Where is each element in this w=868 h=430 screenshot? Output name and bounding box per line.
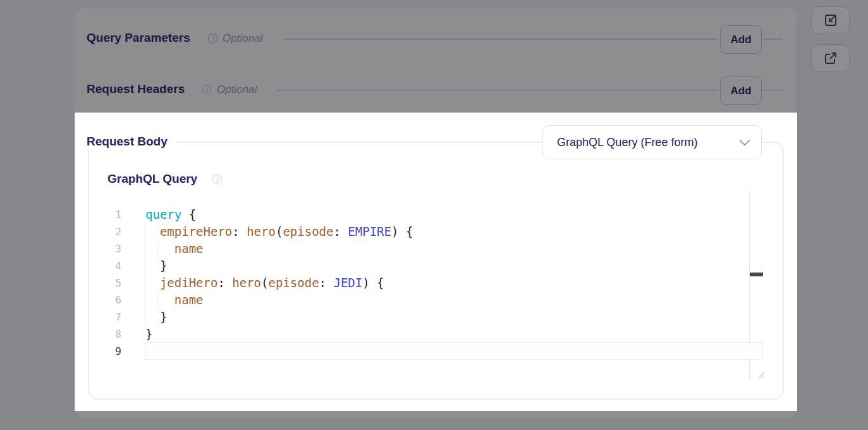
code-line[interactable]: empireHero: hero(episode: EMPIRE) {: [145, 223, 413, 240]
line-number: 4: [95, 257, 121, 274]
line-number: 1: [95, 206, 121, 223]
code-line[interactable]: query {: [145, 206, 196, 223]
resize-handle-icon[interactable]: [756, 371, 764, 378]
line-number: 7: [95, 309, 121, 326]
line-number: 9: [95, 343, 121, 360]
editor-scrollbar-thumb[interactable]: [750, 273, 763, 276]
code-line[interactable]: jediHero: hero(episode: JEDI) {: [145, 274, 384, 292]
line-number: 8: [95, 326, 121, 343]
code-line[interactable]: }: [145, 309, 167, 326]
line-number: 5: [95, 274, 121, 292]
line-number: 2: [95, 223, 121, 240]
graphql-code-editor[interactable]: 1query {2 empireHero: hero(episode: EMPI…: [0, 0, 868, 430]
line-number: 6: [95, 292, 121, 309]
screen: Query Parameters i Optional Add Request …: [0, 0, 868, 430]
code-line[interactable]: }: [145, 326, 152, 343]
code-line[interactable]: name: [145, 240, 204, 257]
active-line-highlight: [145, 342, 763, 360]
line-number: 3: [95, 240, 121, 257]
code-line[interactable]: name: [145, 292, 204, 309]
code-line[interactable]: }: [145, 257, 167, 274]
